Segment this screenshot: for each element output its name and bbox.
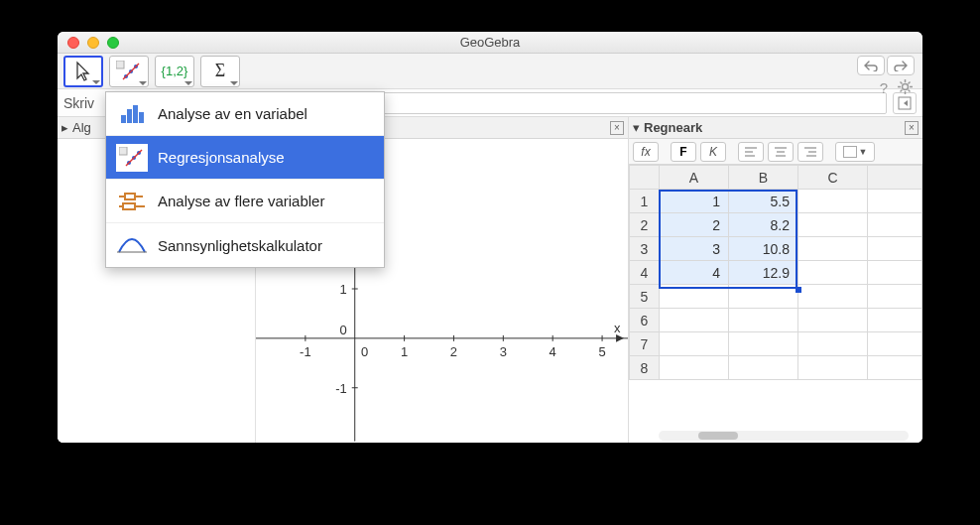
svg-text:-1: -1 [300, 344, 311, 359]
analysis-dropdown: Analyse av en variabel Regresjonsanalyse [105, 91, 385, 268]
row-header[interactable]: 7 [630, 332, 660, 356]
cell[interactable]: 12.9 [729, 261, 798, 285]
svg-text:5: 5 [598, 344, 605, 359]
select-all-corner[interactable] [630, 166, 660, 190]
cell[interactable] [798, 213, 868, 237]
sum-tool-button[interactable]: Σ [200, 56, 240, 87]
cell[interactable] [660, 285, 729, 309]
cell[interactable] [660, 309, 729, 332]
cell[interactable] [868, 190, 922, 213]
col-header-b[interactable]: B [729, 166, 798, 190]
spreadsheet-grid[interactable]: A B C 1 1 5.5 2 2 8.2 [629, 165, 922, 443]
analysis-tool-button[interactable] [109, 56, 149, 87]
input-label: Skriv [63, 95, 107, 111]
cell[interactable] [798, 332, 868, 356]
svg-line-10 [901, 82, 903, 84]
svg-text:-1: -1 [335, 381, 347, 396]
align-center-button[interactable] [768, 142, 794, 162]
chevron-down-icon: ▾ [633, 120, 640, 135]
align-left-button[interactable] [738, 142, 764, 162]
row-header[interactable]: 2 [630, 213, 660, 237]
cell[interactable] [868, 261, 922, 285]
cell[interactable]: 10.8 [729, 237, 798, 261]
cell[interactable] [868, 237, 922, 261]
cell[interactable] [660, 332, 729, 356]
menu-item-one-variable[interactable]: Analyse av en variabel [106, 92, 384, 136]
row-header[interactable]: 3 [630, 237, 660, 261]
move-tool-button[interactable] [63, 56, 103, 87]
svg-line-12 [909, 82, 911, 84]
cell[interactable] [798, 285, 868, 309]
col-header-c[interactable]: C [798, 166, 868, 190]
row-header[interactable]: 5 [630, 285, 660, 309]
boxplot-icon [116, 188, 148, 215]
cell[interactable] [798, 356, 868, 380]
italic-button[interactable]: K [700, 142, 726, 162]
cell[interactable] [798, 261, 868, 285]
bold-button[interactable]: F [671, 142, 696, 162]
table-row: 1 1 5.5 [630, 190, 922, 213]
table-row: 7 [630, 332, 922, 356]
cell[interactable] [798, 190, 868, 213]
svg-rect-50 [139, 112, 144, 123]
row-header[interactable]: 6 [630, 309, 660, 332]
window-title: GeoGebra [58, 35, 922, 50]
help-button[interactable]: ? [880, 79, 888, 97]
undo-icon [863, 60, 879, 71]
chevron-right-icon: ▸ [61, 120, 68, 135]
menu-item-regression[interactable]: Regresjonsanalyse [106, 136, 384, 180]
menu-item-multi-variable[interactable]: Analyse av flere variabler [106, 180, 384, 223]
cell[interactable]: 3 [660, 237, 729, 261]
svg-line-11 [909, 90, 911, 92]
cell[interactable] [868, 332, 922, 356]
row-header[interactable]: 4 [630, 261, 660, 285]
row-header[interactable]: 8 [630, 356, 660, 380]
cell[interactable] [868, 356, 922, 380]
table-row: 4 4 12.9 [630, 261, 922, 285]
gear-icon [898, 79, 913, 94]
align-center-icon [775, 147, 787, 157]
cell[interactable] [729, 356, 798, 380]
spreadsheet-toolbar: fx F K ▼ [629, 139, 922, 165]
cell[interactable]: 8.2 [729, 213, 798, 237]
settings-button[interactable] [898, 79, 913, 97]
menu-item-probability[interactable]: Sannsynlighetskalkulator [106, 223, 384, 267]
algebra-title: Alg [72, 120, 91, 135]
cell[interactable] [798, 237, 868, 261]
cell[interactable]: 4 [660, 261, 729, 285]
cell[interactable] [868, 309, 922, 332]
col-header-a[interactable]: A [660, 166, 729, 190]
menu-label: Regresjonsanalyse [158, 149, 285, 166]
align-right-button[interactable] [797, 142, 823, 162]
bgcolor-button[interactable]: ▼ [835, 142, 875, 162]
align-left-icon [745, 147, 757, 157]
undo-button[interactable] [857, 56, 885, 75]
cell[interactable]: 1 [660, 190, 729, 213]
cell[interactable] [798, 309, 868, 332]
list-tool-button[interactable]: {1,2} [155, 56, 194, 87]
redo-button[interactable] [887, 56, 915, 75]
svg-marker-15 [904, 100, 908, 106]
cell[interactable] [868, 285, 922, 309]
cell[interactable] [868, 213, 922, 237]
distribution-icon [116, 231, 148, 259]
cell[interactable]: 2 [660, 213, 729, 237]
spreadsheet-close-button[interactable]: × [905, 121, 919, 135]
cell[interactable] [660, 356, 729, 380]
svg-rect-47 [121, 115, 126, 123]
cell[interactable] [729, 285, 798, 309]
cell[interactable] [729, 309, 798, 332]
table-row: 6 [630, 309, 922, 332]
col-header-extra[interactable] [868, 166, 922, 190]
toolbar-right: ? [857, 56, 915, 97]
redo-icon [893, 60, 909, 71]
svg-line-55 [126, 150, 142, 166]
cell[interactable]: 5.5 [729, 190, 798, 213]
fx-button[interactable]: fx [633, 142, 659, 162]
spreadsheet-header: ▾ Regneark × [629, 117, 922, 139]
svg-text:4: 4 [550, 344, 556, 359]
cell[interactable] [729, 332, 798, 356]
row-header[interactable]: 1 [630, 190, 660, 213]
h-scrollbar[interactable] [659, 431, 909, 441]
pane-close-button[interactable]: × [610, 121, 624, 135]
